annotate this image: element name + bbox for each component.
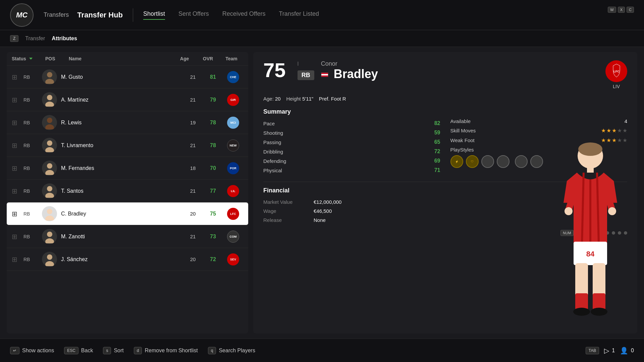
player-pos: RB — [23, 97, 42, 103]
player-name: M. Gusto — [61, 74, 183, 80]
player-avatar — [42, 92, 57, 107]
team-badge: MCI — [223, 117, 243, 129]
main-content: Status POS Name Age OVR Team ⊞ RB M. Gus… — [0, 47, 644, 339]
stat-pace: Pace 82 — [263, 120, 440, 126]
binoculars-icon: ⊞ — [12, 210, 23, 218]
player-row[interactable]: ⊞ RB M. Fernandes 18 70 POR — [7, 157, 248, 180]
key-s[interactable]: s — [103, 347, 111, 354]
binoculars-icon: ⊞ — [12, 255, 23, 263]
player-name: M. Zanotti — [61, 234, 183, 240]
svg-point-3 — [45, 102, 54, 107]
tab-shortlist[interactable]: Shortlist — [143, 10, 165, 20]
player-row[interactable]: ⊞ RB T. Santos 21 77 LIL — [7, 180, 248, 202]
nav-tabs: Shortlist Sent Offers Received Offers Tr… — [143, 10, 319, 20]
col-header-pos[interactable]: POS — [45, 56, 69, 61]
key-d[interactable]: d — [134, 347, 142, 354]
tab-key-badge: TAB — [586, 347, 599, 354]
player-age: 21 — [183, 74, 203, 80]
svg-point-9 — [45, 170, 54, 175]
nav-transfers[interactable]: Transfers — [44, 11, 69, 18]
svg-point-16 — [47, 254, 52, 260]
flag-icon — [321, 72, 328, 77]
svg-point-11 — [45, 193, 54, 198]
playstyle-icon-4 — [497, 155, 509, 168]
bottom-bar: ↵ Show actions ESC Back s Sort d Remove … — [0, 339, 644, 362]
player-row[interactable]: ⊞ RB M. Zanotti 21 73 COM — [7, 225, 248, 248]
player-row[interactable]: ⊞ RB A. Martínez 21 79 GIR — [7, 88, 248, 111]
player-silhouette: 84 — [547, 136, 634, 330]
player-ovr: 78 — [203, 120, 223, 126]
svg-point-33 — [573, 308, 590, 316]
summary-title: Summary — [263, 108, 440, 115]
svg-point-15 — [45, 238, 54, 243]
action-search: q Search Players — [208, 347, 255, 354]
action-back: ESC Back — [64, 347, 93, 354]
detail-divider: | — [298, 61, 314, 66]
player-pos: RB — [23, 211, 42, 217]
player-row[interactable]: ⊞ RB T. Livramento 21 78 NEW — [7, 134, 248, 157]
col-header-name[interactable]: Name — [69, 56, 173, 61]
counter-2: 👤 0 — [620, 347, 634, 355]
playstyle-icon-1: ⚡ — [450, 155, 463, 168]
action-show-actions: ↵ Show actions — [10, 347, 54, 354]
player-pos: RB — [23, 257, 42, 262]
subnav-transfer[interactable]: Transfer — [25, 36, 45, 42]
player-row[interactable]: ⊞ RB J. Sánchez 20 72 SEV — [7, 248, 248, 271]
player-pos: RB — [23, 143, 42, 148]
key-enter[interactable]: ↵ — [10, 347, 19, 354]
list-header: Status POS Name Age OVR Team — [7, 52, 248, 66]
stats-left: Summary Pace 82 Shooting 59 Passing 65 D… — [263, 108, 440, 177]
svg-rect-21 — [587, 166, 594, 173]
col-header-status[interactable]: Status — [12, 56, 45, 61]
svg-point-2 — [47, 95, 52, 100]
svg-rect-32 — [593, 293, 605, 310]
stat-passing: Passing 65 — [263, 139, 440, 145]
player-age: 21 — [183, 188, 203, 194]
svg-point-20 — [578, 142, 602, 156]
svg-point-34 — [591, 308, 607, 316]
tab-received-offers[interactable]: Received Offers — [222, 10, 266, 20]
corner-icons: W X C — [608, 7, 634, 13]
player-avatar — [42, 138, 57, 153]
player-name: T. Santos — [61, 188, 183, 194]
svg-point-7 — [45, 147, 54, 152]
player-avatar — [42, 161, 57, 176]
binoculars-icon: ⊞ — [12, 187, 23, 195]
player-row[interactable]: ⊞ RB R. Lewis 19 78 MCI — [7, 111, 248, 134]
binoculars-icon: ⊞ — [12, 96, 23, 104]
player-age: 21 — [183, 97, 203, 103]
player-avatar — [42, 183, 57, 198]
detail-last-name: Bradley — [321, 67, 378, 81]
player-rows: ⊞ RB M. Gusto 21 81 CHE ⊞ RB — [7, 66, 248, 334]
player-ovr: 77 — [203, 188, 223, 194]
tab-transfer-listed[interactable]: Transfer Listed — [279, 10, 319, 20]
subnav-attributes[interactable]: Attributes — [52, 36, 77, 42]
stat-dribbling: Dribbling 72 — [263, 148, 440, 155]
player-name: J. Sánchez — [61, 256, 183, 262]
player-ovr: 75 — [203, 211, 223, 217]
nav-transfer-hub: Transfer Hub — [77, 11, 123, 19]
playstyle-icon-5 — [515, 155, 528, 168]
svg-point-8 — [47, 163, 52, 169]
col-header-ovr[interactable]: OVR — [196, 56, 220, 61]
counter-1: ▷ 1 — [604, 347, 615, 355]
col-header-age[interactable]: Age — [173, 56, 196, 61]
player-character: 84 — [537, 52, 637, 330]
team-badge: GIR — [223, 94, 243, 106]
player-pos: RB — [23, 74, 42, 80]
team-badge: LFC — [223, 208, 243, 220]
action-sort: s Sort — [103, 347, 123, 354]
player-row[interactable]: ⊞ RB M. Gusto 21 81 CHE — [7, 66, 248, 88]
player-age: 21 — [183, 142, 203, 148]
player-ovr: 79 — [203, 97, 223, 103]
player-ovr: 81 — [203, 74, 223, 80]
player-row-selected[interactable]: ⊞ RB C. Bradley 20 75 LFC — [7, 202, 248, 225]
col-header-team[interactable]: Team — [220, 56, 243, 61]
key-q[interactable]: q — [208, 347, 216, 354]
tab-sent-offers[interactable]: Sent Offers — [178, 10, 209, 20]
counter-icon-2: 👤 — [620, 347, 628, 355]
key-esc[interactable]: ESC — [64, 347, 78, 354]
team-badge: LIL — [223, 185, 243, 197]
svg-rect-31 — [575, 293, 588, 310]
svg-point-13 — [45, 216, 54, 221]
